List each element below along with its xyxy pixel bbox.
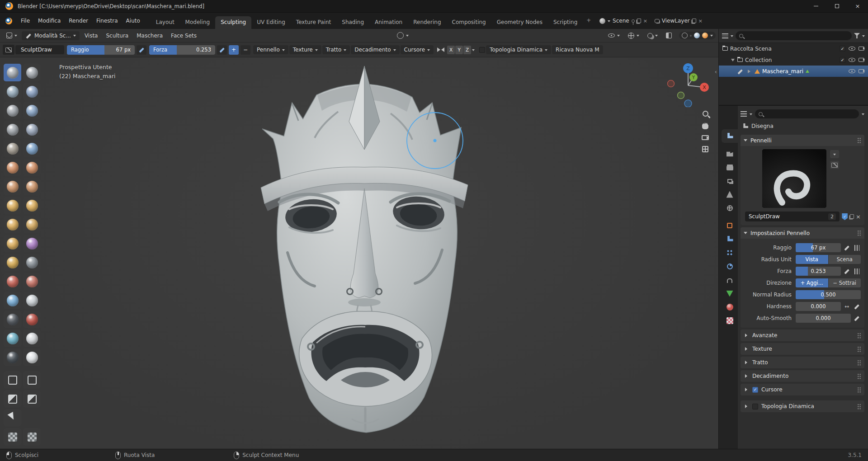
- tool-box-trim[interactable]: [23, 390, 41, 408]
- brush-tool-pinch[interactable]: [4, 197, 21, 214]
- close-scene-icon[interactable]: ×: [643, 18, 647, 24]
- radius-pressure-toggle[interactable]: [137, 45, 146, 55]
- properties-tab-object-data[interactable]: [722, 287, 738, 300]
- brush-tool-clay[interactable]: [4, 83, 21, 100]
- brush-tool-paint[interactable]: [4, 348, 21, 366]
- workspace-tab-animation[interactable]: Animation: [369, 16, 408, 29]
- brush-tool-simplify[interactable]: [23, 292, 41, 309]
- gizmo-neg-z[interactable]: [684, 100, 692, 107]
- strength-slider[interactable]: Forza 0.253: [149, 45, 215, 55]
- camera-view-icon[interactable]: [702, 135, 709, 140]
- pen-pressure-toggle[interactable]: [853, 302, 861, 310]
- dropdown-cursore[interactable]: Cursore: [401, 45, 434, 54]
- brush-tool-draw[interactable]: [4, 64, 21, 81]
- cursore-checkbox[interactable]: ✓: [752, 387, 758, 393]
- radius-slider[interactable]: Raggio 67 px: [67, 45, 135, 55]
- properties-tab-particles[interactable]: [722, 246, 738, 259]
- header-menu-vista[interactable]: Vista: [80, 31, 102, 41]
- brush-tool-nudge[interactable]: [4, 254, 21, 271]
- brush-tool-draw-sharp[interactable]: [23, 64, 41, 81]
- brush-tool-grab[interactable]: [23, 197, 41, 214]
- gizmo-neg-y[interactable]: [678, 92, 684, 99]
- brush-settings-header[interactable]: Impostazioni Pennello: [741, 227, 864, 239]
- tool-box-mask[interactable]: [4, 371, 21, 389]
- viewlayer-selector[interactable]: ViewLayer ×: [652, 16, 705, 25]
- brush-tool-flatten[interactable]: [4, 159, 21, 176]
- menu-file[interactable]: File: [17, 16, 34, 26]
- blender-menu-icon[interactable]: [5, 18, 12, 24]
- tool-box-hide[interactable]: [23, 371, 41, 389]
- tool-mesh-filter[interactable]: [4, 428, 21, 446]
- menu-modifica[interactable]: Modifica: [34, 16, 65, 26]
- brush-tool-smear[interactable]: [23, 348, 41, 366]
- render-camera-icon[interactable]: [859, 69, 864, 73]
- panel-drag-handle[interactable]: [857, 137, 861, 143]
- menu-aiuto[interactable]: Aiuto: [122, 16, 144, 26]
- menu-render[interactable]: Render: [65, 16, 92, 26]
- brush-tool-snake-hook[interactable]: [23, 216, 41, 233]
- workspace-tab-layout[interactable]: Layout: [151, 16, 180, 29]
- topologia dinamica-checkbox[interactable]: [752, 404, 758, 409]
- outliner-row-maschera_mari[interactable]: Maschera_mari: [719, 66, 868, 77]
- dyntopo-checkbox[interactable]: [479, 47, 485, 53]
- brush-tool-multires-eraser[interactable]: [4, 329, 21, 347]
- brush-tool-mask[interactable]: [4, 310, 21, 328]
- direction-add-button[interactable]: +: [229, 45, 239, 55]
- close-viewlayer-icon[interactable]: ×: [698, 18, 703, 24]
- brush-tool-smooth[interactable]: [23, 140, 41, 157]
- properties-tab-material[interactable]: [722, 300, 738, 314]
- properties-tab-scene[interactable]: [722, 188, 738, 201]
- workspace-tab-geometry-nodes[interactable]: Geometry Nodes: [491, 16, 548, 29]
- direction-subtract-button[interactable]: −: [241, 45, 250, 55]
- panel-decadimento[interactable]: Decadimento: [741, 370, 864, 382]
- workspace-tab-shading[interactable]: Shading: [336, 16, 369, 29]
- brush-tool-scrape[interactable]: [4, 178, 21, 195]
- pen-pressure-toggle[interactable]: [853, 314, 861, 322]
- brush-tool-multires-smear[interactable]: [23, 329, 41, 347]
- remesh-button[interactable]: Ricava Nuova M: [552, 45, 603, 54]
- brush-tool-draw-face-sets[interactable]: [23, 310, 41, 328]
- disclosure-open-icon[interactable]: [731, 59, 735, 63]
- unlink-brush-icon[interactable]: ×: [856, 214, 861, 220]
- brush-tool-blob[interactable]: [23, 121, 41, 138]
- brush-tool-inflate[interactable]: [4, 121, 21, 138]
- overlays-toggle[interactable]: [644, 32, 661, 40]
- add-workspace-button[interactable]: +: [583, 14, 594, 27]
- workspace-tab-modeling[interactable]: Modeling: [180, 16, 216, 29]
- workspace-tab-compositing[interactable]: Compositing: [447, 16, 491, 29]
- shading-rendered-button[interactable]: [702, 33, 708, 38]
- panel-drag-handle[interactable]: [857, 373, 861, 379]
- outliner-row-raccolta-scena[interactable]: Raccolta Scena✓: [719, 43, 868, 54]
- axis-toggle-x[interactable]: X: [447, 46, 455, 54]
- panel-cursore[interactable]: ✓Cursore: [741, 384, 864, 395]
- segment-vista[interactable]: Vista: [796, 255, 828, 264]
- brush-preset-dropdown[interactable]: [830, 150, 839, 158]
- properties-tab-world[interactable]: [722, 201, 738, 215]
- brush-tool-layer[interactable]: [23, 102, 41, 119]
- properties-editor-icon[interactable]: [741, 111, 747, 117]
- zoom-icon[interactable]: [703, 111, 708, 117]
- workspace-tab-scripting[interactable]: Scripting: [548, 16, 583, 29]
- outliner-editor-icon[interactable]: [722, 33, 728, 38]
- visibility-eye-icon[interactable]: [849, 58, 855, 62]
- exclude-checkbox[interactable]: ✓: [840, 46, 845, 52]
- duplicate-brush-icon[interactable]: [850, 214, 854, 219]
- visibility-eye-icon[interactable]: [849, 69, 855, 73]
- exclude-checkbox[interactable]: ✓: [840, 57, 845, 63]
- setting-slider-raggio[interactable]: 67 px: [796, 243, 841, 252]
- header-menu-scultura[interactable]: Scultura: [102, 31, 132, 41]
- brush-preview[interactable]: [762, 149, 826, 208]
- brush-tool-clay-thumb[interactable]: [4, 102, 21, 119]
- panel-drag-handle[interactable]: [857, 333, 861, 339]
- texture-bars-button[interactable]: [853, 267, 861, 275]
- dropdown-texture[interactable]: Texture: [289, 45, 321, 54]
- setting-slider-forza[interactable]: 0.253: [796, 267, 841, 276]
- segment-scena[interactable]: Scena: [829, 255, 861, 264]
- workspace-tab-uv-editing[interactable]: UV Editing: [251, 16, 291, 29]
- outliner-row-collection[interactable]: Collection✓: [719, 54, 868, 66]
- dropdown-decadimento[interactable]: Decadimento: [351, 45, 399, 54]
- panel-drag-handle[interactable]: [857, 404, 861, 409]
- close-button[interactable]: ×: [847, 0, 868, 12]
- falloff-button[interactable]: [393, 31, 412, 40]
- scene-selector[interactable]: Scene ×: [597, 16, 650, 25]
